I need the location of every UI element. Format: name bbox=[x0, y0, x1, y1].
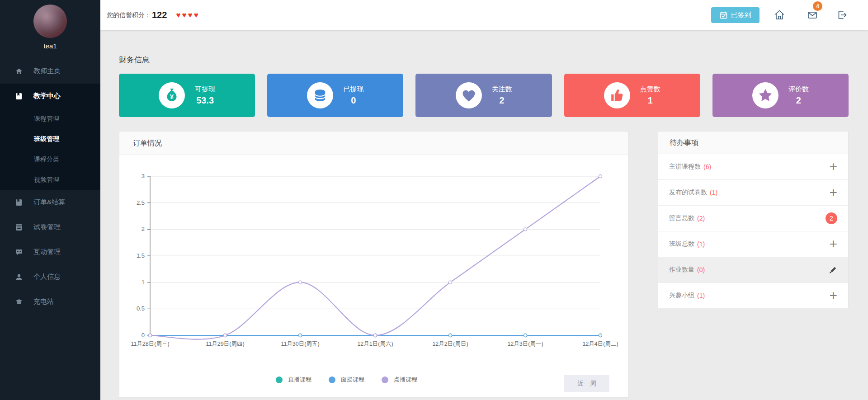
finance-section-title: 财务信息 bbox=[119, 55, 150, 65]
credit-score: 您的信誉积分： 122 ♥♥♥♥ bbox=[107, 0, 200, 30]
todo-count: (0) bbox=[697, 266, 705, 273]
svg-text:11月28日(周三): 11月28日(周三) bbox=[131, 341, 169, 347]
plus-icon[interactable]: + bbox=[829, 240, 837, 249]
card-value: 0 bbox=[343, 95, 363, 106]
orders-icon bbox=[15, 199, 24, 206]
svg-text:11月29日(周四): 11月29日(周四) bbox=[206, 341, 244, 347]
order-panel: 订单情况 00.511.522.5311月28日(周三)11月29日(周四)11… bbox=[119, 131, 628, 398]
svg-text:0.5: 0.5 bbox=[137, 305, 145, 312]
card-label: 可提现 bbox=[195, 85, 215, 94]
username: tea1 bbox=[0, 42, 100, 50]
svg-text:11月30日(周五): 11月30日(周五) bbox=[281, 341, 319, 347]
card-ratings: 评价数 2 bbox=[712, 74, 849, 117]
legend-item-ondemand[interactable]: 点播课程 bbox=[382, 376, 417, 384]
legend-label: 直播课程 bbox=[288, 376, 311, 384]
submenu-label: 课程管理 bbox=[34, 115, 59, 123]
sidebar-subitem-class-mgmt[interactable]: 班级管理 bbox=[0, 129, 100, 149]
todo-count: (1) bbox=[697, 240, 705, 248]
order-chart: 00.511.522.5311月28日(周三)11月29日(周四)11月30日(… bbox=[119, 155, 629, 354]
legend-item-live[interactable]: 直播课程 bbox=[276, 376, 311, 384]
signin-label: 已签到 bbox=[731, 11, 751, 19]
todo-label: 作业数量 bbox=[669, 266, 694, 274]
sidebar-menu: 教师主页 教学中心 课程管理 班级管理 课程分类 视频管理 bbox=[0, 59, 100, 314]
todo-row-classes[interactable]: 班级总数 (1) + bbox=[658, 231, 848, 257]
todo-label: 主讲课程数 bbox=[669, 163, 701, 171]
sidebar-item-teacher-home[interactable]: 教师主页 bbox=[0, 59, 100, 84]
card-withdrawable: ¥ 可提现 53.3 bbox=[119, 74, 255, 117]
moneybag-icon: ¥ bbox=[159, 82, 185, 108]
plus-icon[interactable]: + bbox=[829, 291, 837, 300]
card-label: 评价数 bbox=[788, 85, 809, 94]
todo-row-messages[interactable]: 留言总数 (2) 2 bbox=[658, 206, 848, 231]
sidebar-item-charging-station[interactable]: 充电站 bbox=[0, 289, 100, 314]
todo-count: (1) bbox=[697, 292, 705, 299]
todo-label: 班级总数 bbox=[669, 240, 694, 248]
submenu-label: 视频管理 bbox=[34, 176, 59, 184]
signed-in-button[interactable]: 已签到 bbox=[711, 7, 760, 23]
card-label: 关注数 bbox=[492, 85, 512, 94]
todo-row-courses[interactable]: 主讲课程数 (6) + bbox=[658, 154, 848, 180]
todo-row-exams[interactable]: 发布的试卷数 (1) + bbox=[658, 180, 848, 206]
sidebar-subitem-video-mgmt[interactable]: 视频管理 bbox=[0, 169, 100, 190]
plus-icon[interactable]: + bbox=[829, 188, 837, 197]
todo-row-interest-groups[interactable]: 兴趣小组 (1) + bbox=[658, 283, 848, 309]
todo-row-homework[interactable]: 作业数量 (0) bbox=[658, 257, 848, 283]
chart-legend: 直播课程 面授课程 点播课程 bbox=[92, 376, 601, 384]
todo-label: 发布的试卷数 bbox=[669, 188, 707, 197]
card-value: 53.3 bbox=[195, 95, 215, 106]
svg-text:2: 2 bbox=[142, 226, 145, 232]
card-withdrawn: 已提现 0 bbox=[267, 74, 403, 117]
topbar: 您的信誉积分： 122 ♥♥♥♥ 已签到 4 bbox=[100, 0, 868, 30]
credit-value: 122 bbox=[152, 10, 167, 20]
todo-panel-title: 待办事项 bbox=[658, 132, 848, 154]
legend-dot bbox=[382, 376, 388, 383]
logout-icon[interactable] bbox=[835, 9, 848, 21]
sidebar-subitem-course-category[interactable]: 课程分类 bbox=[0, 149, 100, 169]
thumbup-icon bbox=[604, 82, 630, 108]
svg-text:12月2日(周日): 12月2日(周日) bbox=[432, 341, 468, 347]
chat-icon bbox=[15, 249, 24, 256]
message-count-badge: 2 bbox=[826, 212, 837, 224]
svg-text:12月3日(周一): 12月3日(周一) bbox=[507, 341, 543, 347]
sidebar-item-interaction-mgmt[interactable]: 互动管理 bbox=[0, 240, 100, 264]
sidebar-item-label: 试卷管理 bbox=[33, 223, 61, 231]
svg-text:3: 3 bbox=[142, 173, 145, 179]
legend-item-inperson[interactable]: 面授课程 bbox=[329, 376, 364, 384]
order-panel-title: 订单情况 bbox=[119, 132, 628, 155]
submenu-label: 班级管理 bbox=[34, 135, 59, 143]
home-icon[interactable] bbox=[773, 9, 786, 21]
heart-icon bbox=[456, 82, 482, 108]
card-likes: 点赞数 1 bbox=[564, 74, 700, 117]
sidebar-item-teaching-center[interactable]: 教学中心 bbox=[0, 84, 100, 108]
legend-dot bbox=[329, 376, 335, 383]
sidebar-item-exam-mgmt[interactable]: 试卷管理 bbox=[0, 215, 100, 240]
svg-text:12月4日(周二): 12月4日(周二) bbox=[582, 341, 618, 347]
gradcap-icon bbox=[15, 298, 24, 306]
sidebar-item-personal-info[interactable]: 个人信息 bbox=[0, 264, 100, 289]
card-value: 2 bbox=[492, 95, 512, 106]
submenu-label: 课程分类 bbox=[34, 155, 59, 164]
card-label: 点赞数 bbox=[640, 85, 660, 94]
teaching-icon bbox=[15, 93, 24, 100]
svg-text:0: 0 bbox=[142, 332, 145, 339]
sidebar-item-label: 互动管理 bbox=[33, 248, 61, 256]
sidebar-section-teaching-center: 教学中心 课程管理 班级管理 课程分类 视频管理 bbox=[0, 84, 100, 190]
svg-text:12月1日(周六): 12月1日(周六) bbox=[357, 341, 393, 347]
todo-label: 兴趣小组 bbox=[669, 292, 694, 300]
plus-icon[interactable]: + bbox=[829, 162, 837, 171]
sidebar-item-label: 充电站 bbox=[33, 297, 54, 306]
sidebar-item-orders-settlement[interactable]: 订单&结算 bbox=[0, 190, 100, 215]
range-week-button[interactable]: 近一周 bbox=[564, 375, 609, 392]
pencil-icon[interactable] bbox=[829, 266, 837, 274]
todo-count: (2) bbox=[697, 215, 705, 222]
card-label: 已提现 bbox=[343, 85, 363, 94]
sidebar-item-label: 教师主页 bbox=[33, 67, 61, 75]
sidebar-subitem-course-mgmt[interactable]: 课程管理 bbox=[0, 108, 100, 129]
svg-text:¥: ¥ bbox=[170, 93, 174, 100]
exam-icon bbox=[15, 224, 24, 231]
todo-panel: 待办事项 主讲课程数 (6) + 发布的试卷数 (1) + 留言总数 (2) 2… bbox=[658, 131, 849, 308]
card-value: 1 bbox=[640, 95, 660, 106]
card-value: 2 bbox=[788, 95, 809, 106]
legend-label: 面授课程 bbox=[341, 376, 364, 384]
sidebar-item-label: 订单&结算 bbox=[33, 198, 65, 207]
